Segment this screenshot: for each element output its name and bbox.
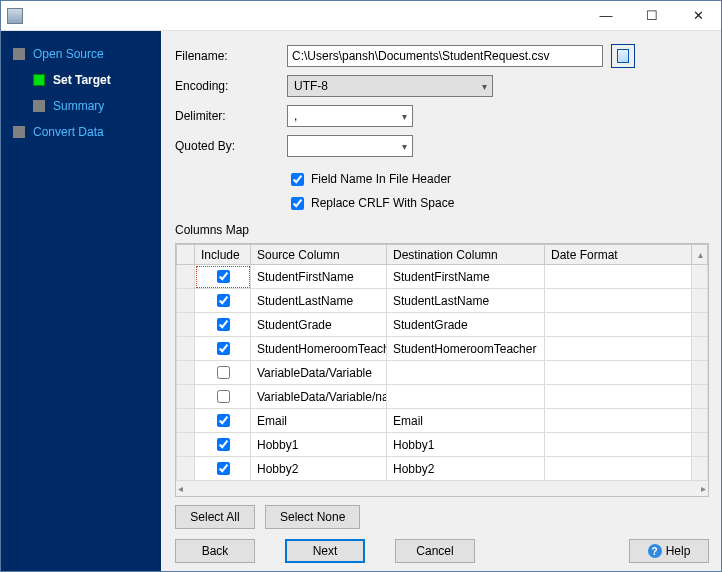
- row-header: [177, 457, 195, 481]
- minimize-button[interactable]: —: [583, 1, 629, 30]
- encoding-select[interactable]: UTF-8 ▾: [287, 75, 493, 97]
- date-format-cell[interactable]: [545, 385, 692, 409]
- row-header: [177, 385, 195, 409]
- destination-column-cell[interactable]: Hobby1: [387, 433, 545, 457]
- include-checkbox[interactable]: [217, 390, 230, 403]
- vertical-scrollbar[interactable]: [692, 361, 708, 385]
- horizontal-scrollbar[interactable]: ◂ ▸: [176, 480, 708, 496]
- back-button[interactable]: Back: [175, 539, 255, 563]
- table-row[interactable]: VariableData/Variable/nar: [177, 385, 708, 409]
- next-button[interactable]: Next: [285, 539, 365, 563]
- date-format-cell[interactable]: [545, 409, 692, 433]
- table-row[interactable]: StudentHomeroomTeachStudentHomeroomTeach…: [177, 337, 708, 361]
- sidebar-item-set-target[interactable]: Set Target: [1, 67, 161, 93]
- source-column-cell[interactable]: StudentGrade: [251, 313, 387, 337]
- source-column-cell[interactable]: Hobby1: [251, 433, 387, 457]
- cancel-button[interactable]: Cancel: [395, 539, 475, 563]
- step-marker-icon: [33, 74, 45, 86]
- browse-file-button[interactable]: [611, 44, 635, 68]
- chevron-down-icon: ▾: [396, 141, 412, 152]
- scroll-up-button[interactable]: ▴: [692, 245, 708, 265]
- col-dest-header[interactable]: Destination Column: [387, 245, 545, 265]
- chevron-down-icon: ▾: [396, 111, 412, 122]
- include-checkbox[interactable]: [217, 438, 230, 451]
- step-marker-icon: [13, 126, 25, 138]
- select-none-button[interactable]: Select None: [265, 505, 360, 529]
- date-format-cell[interactable]: [545, 433, 692, 457]
- include-checkbox[interactable]: [217, 414, 230, 427]
- destination-column-cell[interactable]: StudentLastName: [387, 289, 545, 313]
- source-column-cell[interactable]: StudentFirstName: [251, 265, 387, 289]
- row-header: [177, 337, 195, 361]
- table-row[interactable]: Hobby2Hobby2: [177, 457, 708, 481]
- vertical-scrollbar[interactable]: [692, 457, 708, 481]
- select-all-button[interactable]: Select All: [175, 505, 255, 529]
- scroll-left-icon: ◂: [178, 483, 183, 494]
- delimiter-select[interactable]: , ▾: [287, 105, 413, 127]
- field-name-header-label: Field Name In File Header: [311, 172, 451, 186]
- include-checkbox[interactable]: [217, 294, 230, 307]
- destination-column-cell[interactable]: [387, 361, 545, 385]
- table-row[interactable]: VariableData/Variable: [177, 361, 708, 385]
- sidebar-item-label: Convert Data: [33, 125, 104, 139]
- include-checkbox[interactable]: [217, 342, 230, 355]
- table-row[interactable]: StudentGradeStudentGrade: [177, 313, 708, 337]
- include-checkbox[interactable]: [217, 366, 230, 379]
- date-format-cell[interactable]: [545, 289, 692, 313]
- date-format-cell[interactable]: [545, 361, 692, 385]
- destination-column-cell[interactable]: Email: [387, 409, 545, 433]
- destination-column-cell[interactable]: Hobby2: [387, 457, 545, 481]
- main-panel: Filename: Encoding: UTF-8 ▾ Delimiter: ,…: [161, 31, 721, 571]
- destination-column-cell[interactable]: [387, 385, 545, 409]
- date-format-cell[interactable]: [545, 265, 692, 289]
- col-date-header[interactable]: Date Format: [545, 245, 692, 265]
- destination-column-cell[interactable]: StudentGrade: [387, 313, 545, 337]
- destination-column-cell[interactable]: StudentHomeroomTeacher: [387, 337, 545, 361]
- source-column-cell[interactable]: VariableData/Variable: [251, 361, 387, 385]
- quoted-by-select[interactable]: ▾: [287, 135, 413, 157]
- vertical-scrollbar[interactable]: [692, 337, 708, 361]
- help-button[interactable]: ? Help: [629, 539, 709, 563]
- date-format-cell[interactable]: [545, 457, 692, 481]
- source-column-cell[interactable]: StudentHomeroomTeach: [251, 337, 387, 361]
- date-format-cell[interactable]: [545, 337, 692, 361]
- delimiter-value: ,: [294, 109, 297, 123]
- step-marker-icon: [13, 48, 25, 60]
- vertical-scrollbar[interactable]: [692, 289, 708, 313]
- destination-column-cell[interactable]: StudentFirstName: [387, 265, 545, 289]
- include-checkbox[interactable]: [217, 318, 230, 331]
- filename-label: Filename:: [175, 49, 287, 63]
- table-row[interactable]: StudentFirstNameStudentFirstName: [177, 265, 708, 289]
- source-column-cell[interactable]: Email: [251, 409, 387, 433]
- delimiter-label: Delimiter:: [175, 109, 287, 123]
- source-column-cell[interactable]: StudentLastName: [251, 289, 387, 313]
- date-format-cell[interactable]: [545, 313, 692, 337]
- vertical-scrollbar[interactable]: [692, 385, 708, 409]
- table-row[interactable]: StudentLastNameStudentLastName: [177, 289, 708, 313]
- col-include-header[interactable]: Include: [195, 245, 251, 265]
- col-source-header[interactable]: Source Column: [251, 245, 387, 265]
- sidebar: Open SourceSet TargetSummaryConvert Data: [1, 31, 161, 571]
- source-column-cell[interactable]: Hobby2: [251, 457, 387, 481]
- replace-crlf-label: Replace CRLF With Space: [311, 196, 454, 210]
- field-name-header-checkbox[interactable]: [291, 173, 304, 186]
- encoding-label: Encoding:: [175, 79, 287, 93]
- table-row[interactable]: Hobby1Hobby1: [177, 433, 708, 457]
- table-row[interactable]: EmailEmail: [177, 409, 708, 433]
- include-checkbox[interactable]: [217, 270, 230, 283]
- row-header: [177, 265, 195, 289]
- vertical-scrollbar[interactable]: [692, 433, 708, 457]
- vertical-scrollbar[interactable]: [692, 409, 708, 433]
- close-button[interactable]: ✕: [675, 1, 721, 30]
- filename-input[interactable]: [287, 45, 603, 67]
- source-column-cell[interactable]: VariableData/Variable/nar: [251, 385, 387, 409]
- quoted-by-label: Quoted By:: [175, 139, 287, 153]
- sidebar-item-convert-data[interactable]: Convert Data: [1, 119, 161, 145]
- include-checkbox[interactable]: [217, 462, 230, 475]
- replace-crlf-checkbox[interactable]: [291, 197, 304, 210]
- sidebar-item-summary[interactable]: Summary: [1, 93, 161, 119]
- vertical-scrollbar[interactable]: [692, 265, 708, 289]
- vertical-scrollbar[interactable]: [692, 313, 708, 337]
- maximize-button[interactable]: ☐: [629, 1, 675, 30]
- sidebar-item-open-source[interactable]: Open Source: [1, 41, 161, 67]
